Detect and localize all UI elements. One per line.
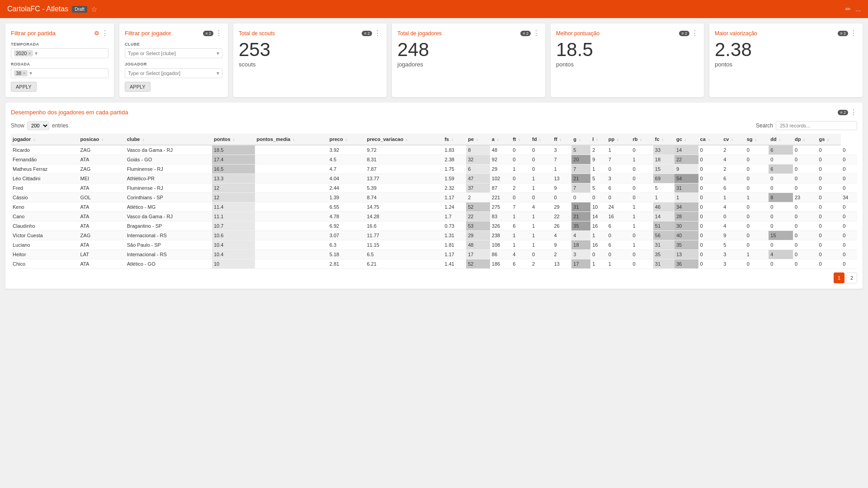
col-dp[interactable]: dp ↕: [793, 134, 817, 145]
scouts-menu[interactable]: ⋮: [374, 29, 381, 38]
filter-partida-apply[interactable]: APPLY: [11, 82, 37, 92]
table-cell: 1: [590, 164, 607, 174]
table-cell: 7: [552, 155, 571, 164]
metric-scouts-card: Total de scouts ≡ 2 ⋮ 253 scouts: [233, 23, 387, 97]
table-cell: 2: [511, 183, 530, 193]
filter-partida-menu[interactable]: ⋮: [101, 29, 108, 38]
table-cell: 1.7: [443, 212, 466, 221]
col-sg[interactable]: sg ↕: [745, 134, 769, 145]
table-cell: 22: [466, 212, 490, 221]
col-jogador[interactable]: jogador ↕: [11, 134, 79, 145]
clube-input[interactable]: [128, 51, 217, 56]
jogadores-menu[interactable]: ⋮: [533, 29, 540, 38]
table-cell: [255, 231, 328, 240]
table-cell: 9: [675, 164, 698, 174]
col-fd[interactable]: fd ↕: [530, 134, 552, 145]
table-cell: 0: [745, 174, 769, 183]
search-input[interactable]: [776, 121, 857, 130]
col-pe[interactable]: pe ↕: [466, 134, 490, 145]
table-cell: 6: [722, 183, 745, 193]
table-cell: 0: [769, 221, 793, 231]
table-title: Desempenho dos jogadores em cada partida…: [11, 108, 857, 117]
edit-icon[interactable]: ✏: [845, 5, 851, 13]
scouts-unit: scouts: [239, 61, 381, 68]
table-cell: 4: [511, 250, 530, 259]
filter-jogador-menu[interactable]: ⋮: [215, 29, 222, 38]
table-cell: 0: [631, 193, 653, 202]
filter-jogador-apply[interactable]: APPLY: [125, 82, 151, 92]
col-clube[interactable]: clube ↕: [125, 134, 212, 145]
table-cell: Víctor Cuesta: [11, 231, 79, 240]
metric-valorizacao-card: Maior valorização ≡ 2 ⋮ 2.38 pontos: [709, 23, 863, 97]
col-preco[interactable]: preco ↕: [328, 134, 365, 145]
page-2[interactable]: 2: [846, 272, 857, 283]
table-cell: 0: [722, 212, 745, 221]
table-cell: 221: [490, 193, 511, 202]
col-pontos[interactable]: pontos ↕: [212, 134, 255, 145]
jogador-input[interactable]: [128, 70, 217, 76]
col-g[interactable]: g ↕: [571, 134, 590, 145]
col-rb[interactable]: rb ↕: [631, 134, 653, 145]
table-cell: 30: [675, 221, 698, 231]
table-cell: 14.75: [365, 202, 443, 212]
table-cell: 20: [571, 155, 590, 164]
table-cell: Atlético - GO: [125, 259, 212, 269]
filter-jogador-actions: ≡ 2 ⋮: [203, 29, 222, 38]
table-cell: Fred: [11, 183, 79, 193]
col-gc[interactable]: gc ↕: [675, 134, 698, 145]
jogador-select-wrap[interactable]: ▾: [125, 68, 222, 78]
col-fs[interactable]: fs ↕: [443, 134, 466, 145]
col-l[interactable]: l ↕: [590, 134, 607, 145]
more-icon[interactable]: ...: [855, 5, 861, 13]
table-cell: 18: [653, 155, 675, 164]
col-posicao[interactable]: posicao ↕: [79, 134, 125, 145]
table-cell: 1: [631, 221, 653, 231]
table-cell: 0: [793, 164, 817, 174]
table-wrapper: jogador ↕ posicao ↕ clube ↕ pontos ↕ pon…: [11, 134, 857, 269]
col-preco-variacao[interactable]: preco_variacao ↕: [365, 134, 443, 145]
col-dd[interactable]: dd ↕: [769, 134, 793, 145]
table-cell: 0: [745, 183, 769, 193]
rodada-tag-close[interactable]: ×: [23, 70, 25, 76]
table-cell: 32: [466, 155, 490, 164]
table-cell: 26: [552, 221, 571, 231]
col-pontos-media[interactable]: pontos_media ↕: [255, 134, 328, 145]
valorizacao-menu[interactable]: ⋮: [850, 29, 857, 38]
valorizacao-badge: ≡ 2: [838, 31, 848, 36]
table-cell: Claudinho: [11, 221, 79, 231]
table-cell: [255, 164, 328, 174]
pontuacao-menu[interactable]: ⋮: [691, 29, 698, 38]
col-gs[interactable]: gs ↕: [817, 134, 841, 145]
table-cell: 1.81: [443, 240, 466, 250]
clube-chevron: ▾: [217, 50, 219, 56]
col-fc[interactable]: fc ↕: [653, 134, 675, 145]
filter-icon[interactable]: ⚙: [94, 30, 99, 37]
clube-select-wrap[interactable]: ▾: [125, 48, 222, 58]
col-ft[interactable]: ft ↕: [511, 134, 530, 145]
table-cell: 1: [653, 193, 675, 202]
entries-select[interactable]: 200 50 100: [27, 121, 49, 130]
col-pp[interactable]: pp ↕: [607, 134, 631, 145]
pontuacao-unit: pontos: [556, 61, 698, 68]
table-cell: Athlético-PR: [125, 174, 212, 183]
table-cell: 13.77: [365, 174, 443, 183]
page-1[interactable]: 1: [834, 272, 844, 283]
col-cv[interactable]: cv ↕: [722, 134, 745, 145]
table-menu[interactable]: ⋮: [850, 108, 857, 117]
col-ca[interactable]: ca ↕: [698, 134, 722, 145]
star-icon[interactable]: ☆: [91, 5, 97, 14]
table-cell: 0: [590, 193, 607, 202]
table-cell: 0: [841, 240, 857, 250]
col-ff[interactable]: ff ↕: [552, 134, 571, 145]
table-header: jogador ↕ posicao ↕ clube ↕ pontos ↕ pon…: [11, 134, 857, 145]
table-cell: 0: [698, 250, 722, 259]
temporada-tag-close[interactable]: ×: [28, 51, 31, 56]
table-cell: 10: [590, 202, 607, 212]
col-a[interactable]: a ↕: [490, 134, 511, 145]
table-cell: ATA: [79, 202, 125, 212]
table-cell: 2: [722, 145, 745, 155]
table-cell: 0: [590, 250, 607, 259]
table-cell: [255, 155, 328, 164]
table-cell: 5: [571, 145, 590, 155]
table-cell: 0: [571, 193, 590, 202]
